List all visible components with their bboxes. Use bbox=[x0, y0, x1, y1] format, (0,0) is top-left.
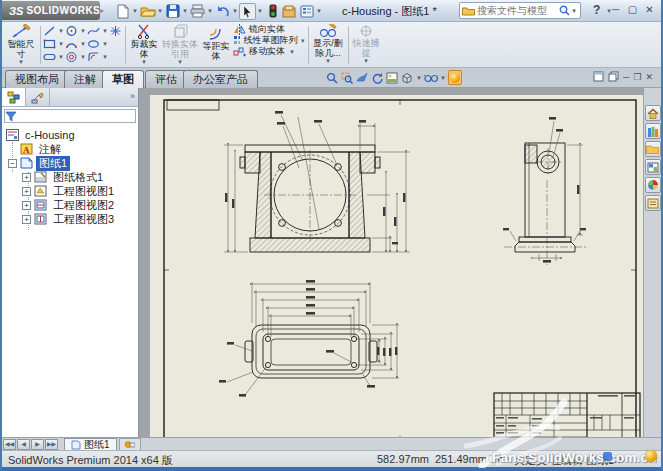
graphics-area[interactable] bbox=[148, 88, 661, 437]
dropdown-caret[interactable]: ▾ bbox=[181, 7, 189, 15]
sheet1-tab[interactable]: 图纸1 bbox=[64, 438, 117, 450]
zoom-fit-button[interactable] bbox=[325, 70, 339, 85]
dropdown-caret[interactable]: ▾ bbox=[300, 35, 305, 46]
search-dropdown-caret[interactable]: ▾ bbox=[570, 7, 578, 15]
fillet-tool[interactable] bbox=[87, 51, 101, 63]
cascade-window-icon[interactable] bbox=[608, 71, 619, 82]
hide-show-items-button[interactable] bbox=[424, 70, 438, 85]
search-box[interactable]: ▾ bbox=[459, 2, 581, 19]
save-button[interactable] bbox=[164, 3, 181, 20]
drawing-sheet[interactable] bbox=[150, 95, 643, 447]
first-sheet-button[interactable]: ◀◀ bbox=[3, 439, 16, 450]
dropdown-caret[interactable]: ▾ bbox=[79, 27, 87, 35]
doc-close-button[interactable]: ✕ bbox=[645, 72, 653, 82]
dropdown-caret[interactable]: ▾ bbox=[206, 7, 214, 15]
appearances-scenes-button[interactable] bbox=[645, 177, 661, 193]
search-icon[interactable] bbox=[559, 5, 570, 16]
edit-appearance-button[interactable] bbox=[448, 70, 462, 85]
point-tool[interactable] bbox=[109, 25, 123, 37]
design-library-button[interactable] bbox=[645, 123, 661, 139]
dropdown-caret[interactable]: ▾ bbox=[79, 40, 87, 48]
expand-box[interactable]: + bbox=[22, 173, 31, 182]
panel-expand-chevron[interactable]: » bbox=[130, 88, 138, 106]
slot-tool[interactable] bbox=[43, 51, 57, 63]
dropdown-caret[interactable]: ▾ bbox=[178, 59, 182, 65]
spline-tool[interactable] bbox=[87, 25, 101, 37]
dropdown-caret[interactable]: ▾ bbox=[326, 58, 330, 64]
undo-button[interactable] bbox=[214, 3, 231, 20]
dropdown-caret[interactable]: ▾ bbox=[101, 53, 109, 61]
expand-box[interactable]: + bbox=[22, 201, 31, 210]
line-tool[interactable] bbox=[43, 25, 57, 37]
options-button[interactable] bbox=[298, 3, 315, 20]
dropdown-caret[interactable]: ▾ bbox=[231, 7, 239, 15]
add-sheet-tab[interactable] bbox=[119, 438, 141, 450]
dropdown-caret[interactable]: ▾ bbox=[364, 58, 368, 64]
dropdown-caret[interactable]: ▾ bbox=[101, 40, 109, 48]
solidworks-logo[interactable]: ЗS SOLIDWORKS bbox=[2, 1, 100, 20]
doc-restore-button[interactable]: ❐ bbox=[633, 72, 641, 82]
solidworks-resources-button[interactable] bbox=[645, 105, 661, 121]
display-style-button[interactable] bbox=[400, 70, 414, 85]
tree-root-row[interactable]: c-Housing bbox=[2, 128, 138, 142]
last-sheet-button[interactable]: ▶▶ bbox=[45, 439, 58, 450]
move-entities-button[interactable]: 移动实体 ▾ bbox=[233, 46, 305, 57]
sheet-scale[interactable]: 1:1 bbox=[608, 453, 623, 465]
new-window-icon[interactable] bbox=[593, 71, 604, 82]
tab-annotation[interactable]: 注解 bbox=[64, 70, 106, 88]
tab-sketch[interactable]: 草图 bbox=[102, 70, 144, 88]
file-properties-button[interactable] bbox=[281, 3, 298, 20]
dropdown-caret[interactable]: ▾ bbox=[156, 7, 164, 15]
dropdown-caret[interactable]: ▾ bbox=[288, 46, 296, 57]
tree-drawing-view3-row[interactable]: + 工程图视图3 bbox=[2, 212, 138, 226]
offset-entities-button[interactable]: 等距实体 bbox=[201, 28, 231, 70]
view-palette-button[interactable] bbox=[645, 159, 661, 175]
doc-minimize-button[interactable]: ─ bbox=[623, 72, 629, 82]
expand-box[interactable]: + bbox=[22, 187, 31, 196]
dropdown-caret[interactable]: ▾ bbox=[101, 27, 109, 35]
file-explorer-button[interactable] bbox=[645, 141, 661, 157]
expand-box[interactable]: + bbox=[22, 215, 31, 224]
dropdown-caret[interactable]: ▾ bbox=[57, 40, 65, 48]
tree-drawing-view2-row[interactable]: + 工程图视图2 bbox=[2, 198, 138, 212]
feature-manager-tab[interactable] bbox=[2, 88, 26, 106]
prev-sheet-button[interactable]: ◀ bbox=[17, 439, 30, 450]
next-sheet-button[interactable]: ▶ bbox=[31, 439, 44, 450]
close-button[interactable]: ✕ bbox=[644, 4, 655, 16]
dropdown-caret[interactable]: ▾ bbox=[315, 7, 323, 15]
rebuild-button[interactable] bbox=[264, 3, 281, 20]
tree-annotations-row[interactable]: A 注解 bbox=[2, 142, 138, 156]
display-delete-relations-button[interactable]: 显示/删除几... ▾ bbox=[311, 24, 345, 66]
dropdown-caret[interactable]: ▾ bbox=[79, 53, 87, 61]
dropdown-caret[interactable]: ▾ bbox=[256, 7, 264, 15]
rectangle-tool[interactable] bbox=[43, 38, 57, 50]
convert-entities-button[interactable]: 转换实体引用 ▾ bbox=[162, 24, 198, 66]
dropdown-caret[interactable]: ▾ bbox=[57, 27, 65, 35]
polygon-tool[interactable] bbox=[65, 51, 79, 63]
linear-pattern-button[interactable]: 线性草图阵列 ▾ bbox=[233, 35, 305, 46]
print-button[interactable] bbox=[189, 3, 206, 20]
smart-dimension-button[interactable]: 智能尺寸 ▾ bbox=[4, 24, 38, 66]
redraw-button[interactable] bbox=[370, 70, 384, 85]
tab-view-layout[interactable]: 视图布局 bbox=[5, 70, 69, 88]
sheet-properties-button[interactable] bbox=[385, 70, 399, 85]
zoom-area-button[interactable] bbox=[340, 70, 354, 85]
open-file-button[interactable] bbox=[139, 3, 156, 20]
previous-view-button[interactable] bbox=[355, 70, 369, 85]
help-button[interactable]: ? bbox=[593, 3, 600, 17]
search-input[interactable] bbox=[475, 4, 559, 17]
dropdown-caret[interactable]: ▾ bbox=[19, 59, 23, 65]
new-file-button[interactable] bbox=[114, 3, 131, 20]
menu-expand-arrow[interactable]: ▸ bbox=[100, 3, 108, 18]
tree-sheet1-row[interactable]: − 图纸1 bbox=[2, 156, 138, 170]
arc-tool[interactable] bbox=[65, 38, 79, 50]
minimize-button[interactable]: ─ bbox=[610, 4, 621, 16]
tree-sheet-format-row[interactable]: + 图纸格式1 bbox=[2, 170, 138, 184]
dropdown-caret[interactable]: ▾ bbox=[415, 74, 423, 82]
editing-status[interactable]: 在编辑 图纸1 bbox=[550, 453, 614, 468]
collapse-box[interactable]: − bbox=[8, 159, 17, 168]
tree-filter-box[interactable] bbox=[4, 109, 136, 123]
tab-evaluate[interactable]: 评估 bbox=[145, 70, 187, 88]
property-manager-tab[interactable] bbox=[26, 88, 50, 106]
dropdown-caret[interactable]: ▾ bbox=[142, 59, 146, 65]
